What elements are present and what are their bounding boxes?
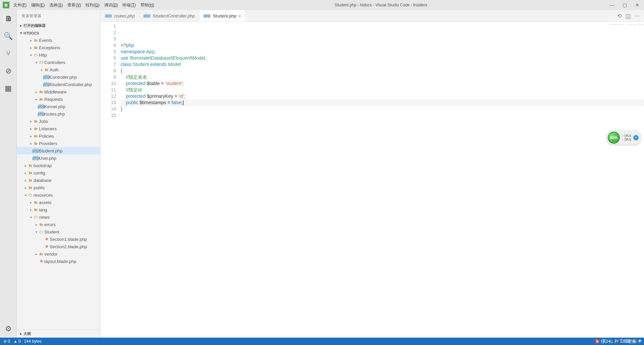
sidebar-title: 资源管理器 xyxy=(17,10,100,22)
tree-item[interactable]: ▸🖿bootstrap xyxy=(17,162,100,169)
tree-item[interactable]: ▸🖿Auth xyxy=(17,66,100,73)
tree-item[interactable]: ❖Section2.blade.php xyxy=(17,243,100,250)
tree-item[interactable]: phpStudent.php xyxy=(17,147,100,154)
titlebar: ⧉ 文件(F)编辑(E)选择(S)查看(V)转到(G)调试(D)终端(T)帮助(… xyxy=(0,0,644,10)
twisty-icon[interactable]: ▸ xyxy=(29,46,33,50)
code-content[interactable]: php\nnamespace App\n\nuse ...\n\nclass S… xyxy=(121,22,644,338)
tree-item[interactable]: ▸🖿Events xyxy=(17,37,100,44)
extensions-icon[interactable]: ▦ xyxy=(4,84,13,93)
folder-open-icon: 🗀 xyxy=(33,53,39,57)
tree-item[interactable]: ❖layout.blade.php xyxy=(17,258,100,265)
tree-item[interactable]: ▾🗀Student xyxy=(17,228,100,235)
tree-item[interactable]: ▸🖿config xyxy=(17,169,100,177)
tree-item[interactable]: phpKernel.php xyxy=(17,103,100,110)
tree-item[interactable]: ▸🖿Requests xyxy=(17,95,100,103)
ime-indicator-icon[interactable]: S xyxy=(595,339,599,343)
menu-item[interactable]: 编辑(E) xyxy=(31,2,45,8)
tree-item[interactable]: ▸🖿lang xyxy=(17,206,100,213)
tree-item[interactable]: ▾🗀views xyxy=(17,213,100,221)
expand-widget-icon[interactable]: + xyxy=(633,135,639,140)
menu-item[interactable]: 终端(T) xyxy=(122,2,136,8)
editor-tab[interactable]: phproutes.php xyxy=(101,10,139,21)
tree-item[interactable]: ▸🖿vendor xyxy=(17,250,100,258)
open-editors-section[interactable]: ▸打开的编辑器 xyxy=(17,22,100,29)
minimize-button[interactable]: — xyxy=(608,2,616,8)
twisty-icon[interactable]: ▸ xyxy=(34,97,38,101)
more-actions-icon[interactable]: ⋯ xyxy=(635,13,640,19)
tree-item[interactable]: ▸🖿assets xyxy=(17,199,100,206)
tree-item[interactable]: phproutes.php xyxy=(17,110,100,118)
settings-gear-icon[interactable]: ⚙ xyxy=(4,324,13,334)
twisty-icon[interactable]: ▸ xyxy=(23,164,28,167)
tree-item[interactable]: ▸🖿errors xyxy=(17,221,100,228)
folder-open-icon: 🗀 xyxy=(38,229,44,234)
twisty-icon[interactable]: ▸ xyxy=(29,120,33,123)
split-editor-icon[interactable]: ◫ xyxy=(626,13,631,19)
editor-tab[interactable]: phpStudentController.php xyxy=(139,10,199,21)
twisty-icon[interactable]: ▸ xyxy=(29,39,33,42)
debug-icon[interactable]: ⊘ xyxy=(4,66,13,76)
twisty-icon[interactable]: ▸ xyxy=(29,208,33,212)
menu-item[interactable]: 调试(D) xyxy=(104,2,118,8)
twisty-icon[interactable]: ▸ xyxy=(34,223,38,226)
menu-item[interactable]: 查看(V) xyxy=(67,2,81,8)
twisty-icon[interactable]: ▸ xyxy=(23,179,28,182)
editor-body[interactable]: 123456789101112131415 php\nnamespace App… xyxy=(101,22,644,338)
menu-item[interactable]: 帮助(H) xyxy=(141,2,154,8)
twisty-icon[interactable]: ▸ xyxy=(29,127,33,131)
tray-extras[interactable]: ㄓ · 🎤 ⌨ ⚡ ☂ xyxy=(609,338,642,344)
twisty-icon[interactable]: ▾ xyxy=(29,215,33,219)
twisty-icon[interactable]: ▸ xyxy=(29,201,33,204)
file-tree[interactable]: ▸🖿Events▸🖿Exceptions▾🗀Http▾🗀Controllers▸… xyxy=(17,37,100,330)
tree-item[interactable]: ▸🖿Providers xyxy=(17,140,100,147)
menu-item[interactable]: 文件(F) xyxy=(13,2,26,8)
menu-item[interactable]: 转到(G) xyxy=(86,2,99,8)
status-warnings[interactable]: ▲ 0 xyxy=(13,339,21,344)
twisty-icon[interactable]: ▸ xyxy=(29,134,33,138)
tab-bar: phproutes.phpphpStudentController.phpphp… xyxy=(101,10,644,22)
minimap[interactable]: php\nnamespace App\n\nuse ...\n\nclass S… xyxy=(609,24,639,25)
twisty-icon[interactable]: ▸ xyxy=(23,186,28,190)
twisty-icon[interactable]: ▸ xyxy=(34,90,38,94)
explorer-icon[interactable]: 🗎 xyxy=(4,14,13,23)
tree-item-label: config xyxy=(34,170,45,176)
tree-item-label: vendor xyxy=(44,252,58,257)
tree-item[interactable]: ▾🗀Http xyxy=(17,51,100,59)
tree-item[interactable]: phpController.php xyxy=(17,73,100,81)
compare-icon[interactable]: ⟲ xyxy=(617,13,622,19)
twisty-icon[interactable]: ▸ xyxy=(40,68,44,72)
tab-close-icon[interactable]: × xyxy=(238,13,241,19)
tree-item[interactable]: ▸🖿Jobs xyxy=(17,118,100,125)
php-file-icon: php xyxy=(44,82,50,87)
source-control-icon[interactable]: ⑂ xyxy=(4,49,13,58)
twisty-icon[interactable]: ▾ xyxy=(29,53,33,57)
status-errors[interactable]: ⊘ 0 xyxy=(3,339,10,344)
tree-item[interactable]: ▸🖿Listeners xyxy=(17,125,100,132)
twisty-icon[interactable]: ▸ xyxy=(23,171,28,175)
editor-tab[interactable]: phpStudent.php× xyxy=(199,10,246,21)
tree-item[interactable]: ❖Section1.blade.php xyxy=(17,235,100,243)
folder-icon: 🖿 xyxy=(28,170,34,175)
twisty-icon[interactable]: ▾ xyxy=(34,230,38,234)
outline-section[interactable]: ▸大纲 xyxy=(17,330,100,338)
network-monitor-widget[interactable]: 60% ↑ 0K/s ↓ 0K/s + xyxy=(607,131,641,145)
twisty-icon[interactable]: ▾ xyxy=(34,61,38,64)
project-root[interactable]: ▾HTDOCS xyxy=(17,29,100,37)
tree-item[interactable]: ▸🖿Policies xyxy=(17,132,100,140)
tree-item[interactable]: ▸🖿public xyxy=(17,184,100,191)
tree-item[interactable]: ▾🗀resources xyxy=(17,191,100,199)
tree-item[interactable]: ▸🖿Middleware xyxy=(17,88,100,95)
search-icon[interactable]: 🔍 xyxy=(4,31,13,41)
tree-item[interactable]: ▾🗀Controllers xyxy=(17,59,100,66)
tree-item[interactable]: phpUser.php xyxy=(17,154,100,162)
twisty-icon[interactable]: ▸ xyxy=(29,142,33,145)
twisty-icon[interactable]: ▾ xyxy=(23,193,28,197)
tree-item[interactable]: phpStudentController.php xyxy=(17,81,100,88)
tree-item[interactable]: ▸🖿database xyxy=(17,177,100,184)
tree-item[interactable]: ▸🖿Exceptions xyxy=(17,44,100,51)
menu-item[interactable]: 选择(S) xyxy=(49,2,63,8)
maximize-button[interactable]: ▢ xyxy=(621,2,629,8)
ime-lang[interactable]: 英 xyxy=(602,338,606,344)
twisty-icon[interactable]: ▸ xyxy=(34,252,38,256)
close-button[interactable]: ✕ xyxy=(633,2,641,8)
